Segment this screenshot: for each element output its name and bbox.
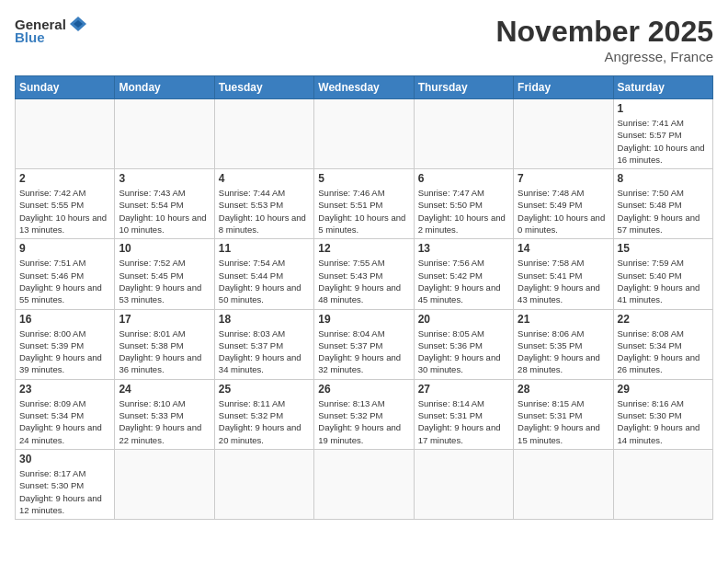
day-number: 7 (518, 172, 609, 185)
calendar-cell (214, 449, 313, 519)
day-info: Sunrise: 8:04 AM Sunset: 5:37 PM Dayligh… (318, 327, 409, 376)
col-saturday: Saturday (613, 76, 712, 99)
day-number: 26 (318, 383, 409, 396)
page-header: General Blue November 2025 Angresse, Fra… (15, 15, 713, 64)
day-info: Sunrise: 8:15 AM Sunset: 5:31 PM Dayligh… (518, 397, 609, 446)
calendar-cell (414, 449, 513, 519)
month-title: November 2025 (495, 15, 713, 49)
day-number: 30 (19, 453, 110, 465)
calendar-cell (115, 449, 214, 519)
col-friday: Friday (514, 76, 613, 99)
logo: General Blue (15, 15, 88, 45)
calendar-cell: 20Sunrise: 8:05 AM Sunset: 5:36 PM Dayli… (414, 309, 513, 379)
day-info: Sunrise: 8:05 AM Sunset: 5:36 PM Dayligh… (418, 327, 509, 376)
day-number: 28 (518, 383, 609, 396)
day-info: Sunrise: 7:46 AM Sunset: 5:51 PM Dayligh… (318, 187, 409, 236)
day-number: 15 (618, 242, 709, 255)
day-info: Sunrise: 7:56 AM Sunset: 5:42 PM Dayligh… (418, 257, 509, 305)
calendar-cell: 19Sunrise: 8:04 AM Sunset: 5:37 PM Dayli… (314, 309, 414, 379)
day-info: Sunrise: 7:48 AM Sunset: 5:49 PM Dayligh… (518, 187, 609, 236)
calendar-week-row: 9Sunrise: 7:51 AM Sunset: 5:46 PM Daylig… (16, 239, 713, 309)
col-thursday: Thursday (414, 76, 513, 99)
calendar-cell: 2Sunrise: 7:42 AM Sunset: 5:55 PM Daylig… (16, 169, 115, 239)
calendar-cell: 1Sunrise: 7:41 AM Sunset: 5:57 PM Daylig… (613, 99, 712, 169)
day-number: 27 (418, 383, 509, 396)
col-tuesday: Tuesday (214, 76, 313, 99)
calendar-week-row: 30Sunrise: 8:17 AM Sunset: 5:30 PM Dayli… (16, 449, 713, 519)
calendar-cell: 13Sunrise: 7:56 AM Sunset: 5:42 PM Dayli… (414, 239, 513, 309)
calendar-cell: 7Sunrise: 7:48 AM Sunset: 5:49 PM Daylig… (514, 169, 613, 239)
calendar-cell: 28Sunrise: 8:15 AM Sunset: 5:31 PM Dayli… (514, 379, 613, 449)
calendar-cell (314, 449, 414, 519)
day-info: Sunrise: 7:43 AM Sunset: 5:54 PM Dayligh… (119, 187, 210, 236)
calendar-week-row: 16Sunrise: 8:00 AM Sunset: 5:39 PM Dayli… (16, 309, 713, 379)
day-info: Sunrise: 7:44 AM Sunset: 5:53 PM Dayligh… (219, 187, 310, 236)
day-info: Sunrise: 8:14 AM Sunset: 5:31 PM Dayligh… (418, 397, 509, 446)
calendar-cell: 29Sunrise: 8:16 AM Sunset: 5:30 PM Dayli… (613, 379, 712, 449)
calendar-cell: 23Sunrise: 8:09 AM Sunset: 5:34 PM Dayli… (16, 379, 115, 449)
logo-blue-text: Blue (15, 29, 45, 45)
calendar-cell (16, 99, 115, 169)
day-number: 9 (19, 242, 110, 255)
calendar-cell: 27Sunrise: 8:14 AM Sunset: 5:31 PM Dayli… (414, 379, 513, 449)
calendar-cell (115, 99, 214, 169)
calendar-cell: 10Sunrise: 7:52 AM Sunset: 5:45 PM Dayli… (115, 239, 214, 309)
calendar-cell: 15Sunrise: 7:59 AM Sunset: 5:40 PM Dayli… (613, 239, 712, 309)
day-number: 3 (119, 172, 210, 185)
calendar-cell: 17Sunrise: 8:01 AM Sunset: 5:38 PM Dayli… (115, 309, 214, 379)
day-info: Sunrise: 8:09 AM Sunset: 5:34 PM Dayligh… (19, 397, 110, 446)
day-number: 21 (518, 313, 609, 326)
calendar-cell (314, 99, 414, 169)
day-number: 1 (618, 102, 709, 115)
day-number: 20 (418, 313, 509, 326)
day-number: 6 (418, 172, 509, 185)
day-number: 13 (418, 242, 509, 255)
day-info: Sunrise: 8:10 AM Sunset: 5:33 PM Dayligh… (119, 397, 210, 446)
calendar-week-row: 23Sunrise: 8:09 AM Sunset: 5:34 PM Dayli… (16, 379, 713, 449)
day-number: 16 (19, 313, 110, 326)
logo-flag-icon (68, 15, 88, 33)
day-number: 17 (119, 313, 210, 326)
day-number: 8 (618, 172, 709, 185)
day-info: Sunrise: 7:58 AM Sunset: 5:41 PM Dayligh… (518, 257, 609, 305)
day-info: Sunrise: 7:54 AM Sunset: 5:44 PM Dayligh… (219, 257, 310, 305)
calendar-cell (613, 449, 712, 519)
day-info: Sunrise: 7:47 AM Sunset: 5:50 PM Dayligh… (418, 187, 509, 236)
calendar-cell: 25Sunrise: 8:11 AM Sunset: 5:32 PM Dayli… (214, 379, 313, 449)
day-number: 4 (219, 172, 310, 185)
day-number: 24 (119, 383, 210, 396)
day-info: Sunrise: 8:00 AM Sunset: 5:39 PM Dayligh… (19, 327, 110, 376)
day-info: Sunrise: 7:55 AM Sunset: 5:43 PM Dayligh… (318, 257, 409, 305)
calendar-cell: 16Sunrise: 8:00 AM Sunset: 5:39 PM Dayli… (16, 309, 115, 379)
day-info: Sunrise: 7:51 AM Sunset: 5:46 PM Dayligh… (19, 257, 110, 305)
day-number: 2 (19, 172, 110, 185)
day-info: Sunrise: 8:16 AM Sunset: 5:30 PM Dayligh… (618, 397, 709, 446)
col-sunday: Sunday (16, 76, 115, 99)
calendar-week-row: 1Sunrise: 7:41 AM Sunset: 5:57 PM Daylig… (16, 99, 713, 169)
calendar-cell: 11Sunrise: 7:54 AM Sunset: 5:44 PM Dayli… (214, 239, 313, 309)
day-number: 25 (219, 383, 310, 396)
calendar-cell: 22Sunrise: 8:08 AM Sunset: 5:34 PM Dayli… (613, 309, 712, 379)
calendar-cell: 12Sunrise: 7:55 AM Sunset: 5:43 PM Dayli… (314, 239, 414, 309)
day-info: Sunrise: 8:17 AM Sunset: 5:30 PM Dayligh… (19, 467, 110, 516)
day-number: 10 (119, 242, 210, 255)
calendar-cell: 24Sunrise: 8:10 AM Sunset: 5:33 PM Dayli… (115, 379, 214, 449)
day-info: Sunrise: 8:01 AM Sunset: 5:38 PM Dayligh… (119, 327, 210, 376)
day-number: 19 (318, 313, 409, 326)
calendar-table: Sunday Monday Tuesday Wednesday Thursday… (15, 75, 713, 520)
calendar-cell: 6Sunrise: 7:47 AM Sunset: 5:50 PM Daylig… (414, 169, 513, 239)
calendar-cell (514, 449, 613, 519)
location: Angresse, France (495, 49, 713, 64)
day-info: Sunrise: 8:13 AM Sunset: 5:32 PM Dayligh… (318, 397, 409, 446)
calendar-cell: 4Sunrise: 7:44 AM Sunset: 5:53 PM Daylig… (214, 169, 313, 239)
day-number: 5 (318, 172, 409, 185)
day-number: 23 (19, 383, 110, 396)
calendar-cell (414, 99, 513, 169)
col-monday: Monday (115, 76, 214, 99)
day-info: Sunrise: 8:06 AM Sunset: 5:35 PM Dayligh… (518, 327, 609, 376)
calendar-cell (214, 99, 313, 169)
day-number: 18 (219, 313, 310, 326)
day-number: 22 (618, 313, 709, 326)
day-number: 11 (219, 242, 310, 255)
calendar-cell: 5Sunrise: 7:46 AM Sunset: 5:51 PM Daylig… (314, 169, 414, 239)
